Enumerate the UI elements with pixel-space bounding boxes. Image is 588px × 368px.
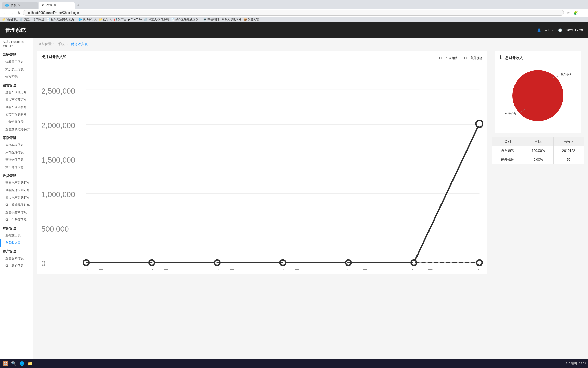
sidebar-item-view-parts-purchase[interactable]: 查看配件采购订单 <box>0 187 33 194</box>
forward-button[interactable]: → <box>9 10 15 15</box>
svg-text:2021年8月: 2021年8月 <box>199 268 236 270</box>
module-label: 模块 / Business Module <box>0 38 33 50</box>
address-bar: ← → ↻ ☆ 🧩 ⋮ <box>0 9 588 17</box>
bookmark-99[interactable]: 💻 99厘码网 <box>203 18 219 21</box>
svg-point-3 <box>465 57 467 59</box>
app-layout: 模块 / Business Module 系统管理 查看员工信息 添加员工信息 … <box>0 38 588 368</box>
sidebar-item-add-staff[interactable]: 添加员工信息 <box>0 66 33 73</box>
svg-text:1,000,000: 1,000,000 <box>41 190 75 199</box>
new-tab-button[interactable]: + <box>76 3 81 8</box>
taskbar-start[interactable]: 🪟 <box>2 360 9 367</box>
taskbar-time: 23:59 <box>579 362 586 365</box>
username: admin <box>545 28 554 32</box>
svg-point-1 <box>440 57 442 59</box>
line-chart-legend: 车辆销售 额外服务 <box>437 56 483 60</box>
sidebar-item-add-warehouse[interactable]: 添加仓库信息 <box>0 164 33 171</box>
bookmark-taobao1[interactable]: 🛒 淘宝大·学习系统 <box>20 18 44 21</box>
sidebar-item-income[interactable]: 财务收入表 <box>0 239 33 247</box>
breadcrumb: 当前位置： 系统 / 财务收入表 <box>37 42 584 47</box>
table-row-extra: 额外服务 0.00% 50 <box>492 155 584 164</box>
sidebar-item-view-supplier[interactable]: 查看供货商信息 <box>0 209 33 216</box>
sidebar-item-view-sales[interactable]: 查看车辆销售单 <box>0 103 33 111</box>
sidebar-item-change-pwd[interactable]: 修改密码 <box>0 73 33 80</box>
taskbar-search[interactable]: 🔍 <box>10 360 17 367</box>
bookmark-op1[interactable]: 📄 操作无法完成,因为... <box>46 18 76 21</box>
pie-label-extra: 额外服务 <box>561 73 572 76</box>
app-title: 管理系统 <box>5 27 26 34</box>
back-button[interactable]: ← <box>2 10 8 15</box>
bookmark-my-sites[interactable]: 📁 我的网址 <box>2 18 18 21</box>
legend-car-sales: 车辆销售 <box>437 56 458 60</box>
sidebar-item-add-supplier[interactable]: 添加供货商信息 <box>0 216 33 224</box>
taskbar: 🪟 🔍 🌐 📁 12°C 晴朗 23:59 <box>0 359 588 368</box>
bookmark-op2[interactable]: 📄 操作无法完成,因为... <box>171 18 201 21</box>
line-chart-svg: 0 500,000 1,000,000 1,500,000 2,000,000 … <box>41 62 483 270</box>
pie-chart-title: ⬇ 总财务收入 <box>499 55 577 60</box>
sidebar-item-view-staff[interactable]: 查看员工信息 <box>0 58 33 66</box>
sidebar-item-car-stock[interactable]: 库存车辆信息 <box>0 141 33 149</box>
app-header: 管理系统 👤 admin 🕐 2021.12.20 <box>0 22 588 38</box>
taskbar-folder[interactable]: 📁 <box>27 360 34 367</box>
bookmark-youtube[interactable]: ▶ YouTube <box>128 18 142 21</box>
sidebar-item-add-parts-purchase[interactable]: 添加采购配件订单 <box>0 201 33 209</box>
svg-text:2021年9月: 2021年9月 <box>265 268 301 270</box>
sidebar-item-view-car-purchase[interactable]: 查看汽车采购订单 <box>0 179 33 187</box>
tab-system[interactable]: 🌐 系统 ✕ <box>2 2 38 9</box>
refresh-button[interactable]: ↻ <box>16 10 21 15</box>
bookmark-design[interactable]: 🖥 刮人华设网站 <box>221 18 241 21</box>
sidebar-item-view-customer[interactable]: 查看客户信息 <box>0 255 33 262</box>
tab-bar: 🌐 系统 ✕ ⚙ 设置 ✕ + <box>0 0 588 9</box>
sidebar-item-add-sales[interactable]: 添加车辆销售单 <box>0 111 33 118</box>
breadcrumb-system[interactable]: 系统 <box>58 42 65 46</box>
section-inventory: 库存管理 <box>0 133 33 141</box>
header-date: 2021.12.20 <box>566 28 583 32</box>
bookmark-taobao2[interactable]: 🛒 淘宝大·学习系统 <box>144 18 169 21</box>
sidebar-item-add-orders[interactable]: 添加车辆预订单 <box>0 96 33 103</box>
taskbar-browser[interactable]: 🌐 <box>18 360 26 367</box>
tab-label-settings: 设置 <box>46 3 52 7</box>
bookmark-ie[interactable]: 🌐 从IE中导入 <box>78 18 96 21</box>
table-cell-total-extra: 50 <box>554 155 584 164</box>
tab-favicon-settings: ⚙ <box>42 4 45 7</box>
header-right: 👤 admin 🕐 2021.12.20 <box>537 28 583 32</box>
breadcrumb-prefix: 当前位置： <box>38 42 55 46</box>
section-finance: 财务管理 <box>0 224 33 232</box>
table-cell-category-extra: 额外服务 <box>492 155 523 164</box>
sidebar-item-add-car-purchase[interactable]: 添加汽车采购订单 <box>0 194 33 201</box>
legend-extra-label: 额外服务 <box>471 56 483 60</box>
bookmark-ad[interactable]: 📢 发广告 <box>114 18 126 21</box>
sidebar: 模块 / Business Module 系统管理 查看员工信息 添加员工信息 … <box>0 38 33 368</box>
bookmark-imported[interactable]: 📁 已导入 <box>99 18 112 21</box>
tab-close-system[interactable]: ✕ <box>18 4 20 7</box>
sidebar-item-parts-stock[interactable]: 库存配件信息 <box>0 149 33 156</box>
table-cell-category-car: 汽车销售 <box>492 146 523 155</box>
sidebar-item-view-orders[interactable]: 查看车辆预订单 <box>0 89 33 96</box>
svg-text:2,000,000: 2,000,000 <box>41 121 75 130</box>
svg-text:2021年12月: 2021年12月 <box>459 268 483 270</box>
bookmark-delivery[interactable]: 📦 发货内容 <box>243 18 259 21</box>
svg-point-31 <box>477 260 482 266</box>
sidebar-item-expense[interactable]: 财务支出表 <box>0 232 33 239</box>
extension-button[interactable]: 🧩 <box>572 10 579 15</box>
pie-chart-svg: 额外服务 车辆销售 <box>502 64 574 128</box>
sidebar-item-maintenance[interactable]: 加装维修保养 <box>0 118 33 126</box>
menu-button[interactable]: ⋮ <box>580 10 586 15</box>
tab-label: 系统 <box>10 3 17 7</box>
sidebar-item-view-warehouse[interactable]: 查询仓库信息 <box>0 156 33 164</box>
table-row-car-sales: 汽车销售 100.00% 2010122 <box>492 146 584 155</box>
sidebar-item-add-customer[interactable]: 添加客户信息 <box>0 262 33 270</box>
table-cell-percent-car: 100.00% <box>523 146 554 155</box>
tab-close-settings[interactable]: ✕ <box>54 4 56 7</box>
table-cell-total-car: 2010122 <box>554 146 584 155</box>
user-icon: 👤 <box>537 28 541 32</box>
table-cell-percent-extra: 0.00% <box>523 155 554 164</box>
table-header-category: 类别 <box>492 137 523 146</box>
bookmark-button[interactable]: ☆ <box>566 10 571 15</box>
taskbar-right: 12°C 晴朗 23:59 <box>564 362 586 365</box>
svg-text:2021年10月: 2021年10月 <box>328 268 369 270</box>
tab-settings[interactable]: ⚙ 设置 ✕ <box>39 2 75 9</box>
address-input[interactable] <box>23 10 564 16</box>
sidebar-item-view-maintenance[interactable]: 查看加装维修保养 <box>0 126 33 133</box>
breadcrumb-separator: / <box>67 42 69 46</box>
data-table: 类别 占比 总收入 汽车销售 100.00% 2010122 额外服务 <box>492 137 584 164</box>
